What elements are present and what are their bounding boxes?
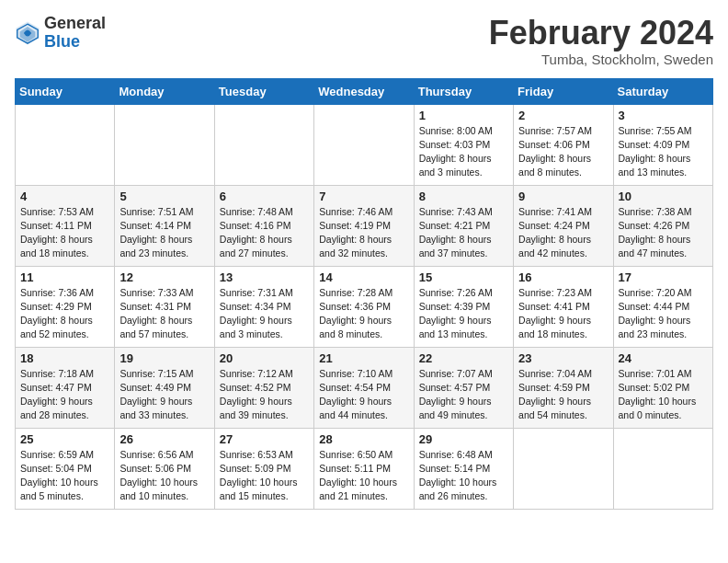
calendar-cell bbox=[514, 428, 613, 509]
cell-info: Sunrise: 7:36 AMSunset: 4:29 PMDaylight:… bbox=[20, 286, 109, 342]
cell-info: Sunrise: 7:31 AMSunset: 4:34 PMDaylight:… bbox=[220, 286, 309, 342]
calendar-cell: 11Sunrise: 7:36 AMSunset: 4:29 PMDayligh… bbox=[16, 266, 115, 347]
day-number: 23 bbox=[518, 351, 608, 365]
cell-info: Sunrise: 6:48 AMSunset: 5:14 PMDaylight:… bbox=[419, 448, 508, 504]
day-number: 29 bbox=[419, 432, 508, 446]
calendar-cell bbox=[16, 104, 115, 185]
day-number: 4 bbox=[20, 190, 109, 203]
calendar-cell: 27Sunrise: 6:53 AMSunset: 5:09 PMDayligh… bbox=[214, 428, 313, 509]
logo-general: General bbox=[44, 14, 106, 32]
day-number: 18 bbox=[20, 351, 109, 365]
calendar-cell: 20Sunrise: 7:12 AMSunset: 4:52 PMDayligh… bbox=[214, 347, 313, 428]
day-number: 28 bbox=[319, 432, 408, 446]
calendar-cell: 21Sunrise: 7:10 AMSunset: 4:54 PMDayligh… bbox=[314, 347, 414, 428]
cell-info: Sunrise: 7:48 AMSunset: 4:16 PMDaylight:… bbox=[220, 205, 309, 261]
calendar-table: SundayMondayTuesdayWednesdayThursdayFrid… bbox=[15, 78, 713, 510]
calendar-cell: 26Sunrise: 6:56 AMSunset: 5:06 PMDayligh… bbox=[115, 428, 214, 509]
cell-info: Sunrise: 7:46 AMSunset: 4:19 PMDaylight:… bbox=[319, 205, 408, 261]
calendar-cell: 15Sunrise: 7:26 AMSunset: 4:39 PMDayligh… bbox=[414, 266, 513, 347]
location: Tumba, Stockholm, Sweden bbox=[489, 52, 713, 67]
week-row-3: 11Sunrise: 7:36 AMSunset: 4:29 PMDayligh… bbox=[16, 266, 713, 347]
day-number: 9 bbox=[518, 190, 608, 203]
cell-info: Sunrise: 7:57 AMSunset: 4:06 PMDaylight:… bbox=[518, 124, 608, 180]
calendar-cell: 13Sunrise: 7:31 AMSunset: 4:34 PMDayligh… bbox=[214, 266, 313, 347]
day-number: 27 bbox=[220, 432, 309, 446]
cell-info: Sunrise: 6:59 AMSunset: 5:04 PMDaylight:… bbox=[20, 448, 109, 504]
logo-icon bbox=[15, 20, 40, 46]
cell-info: Sunrise: 7:33 AMSunset: 4:31 PMDaylight:… bbox=[119, 286, 209, 342]
cell-info: Sunrise: 8:00 AMSunset: 4:03 PMDaylight:… bbox=[419, 124, 508, 180]
calendar-cell bbox=[314, 104, 414, 185]
day-number: 6 bbox=[220, 190, 309, 203]
day-number: 7 bbox=[319, 190, 408, 203]
calendar-cell: 5Sunrise: 7:51 AMSunset: 4:14 PMDaylight… bbox=[115, 185, 214, 266]
cell-info: Sunrise: 7:51 AMSunset: 4:14 PMDaylight:… bbox=[119, 205, 209, 261]
cell-info: Sunrise: 7:12 AMSunset: 4:52 PMDaylight:… bbox=[220, 367, 309, 423]
calendar-cell: 19Sunrise: 7:15 AMSunset: 4:49 PMDayligh… bbox=[115, 347, 214, 428]
day-number: 16 bbox=[518, 270, 608, 284]
day-number: 3 bbox=[619, 109, 708, 122]
day-number: 11 bbox=[20, 270, 109, 284]
cell-info: Sunrise: 7:26 AMSunset: 4:39 PMDaylight:… bbox=[419, 286, 508, 342]
cell-info: Sunrise: 6:50 AMSunset: 5:11 PMDaylight:… bbox=[319, 448, 408, 504]
cell-info: Sunrise: 6:53 AMSunset: 5:09 PMDaylight:… bbox=[220, 448, 309, 504]
cell-info: Sunrise: 7:20 AMSunset: 4:44 PMDaylight:… bbox=[619, 286, 708, 342]
calendar-cell: 3Sunrise: 7:55 AMSunset: 4:09 PMDaylight… bbox=[613, 104, 712, 185]
calendar-cell: 2Sunrise: 7:57 AMSunset: 4:06 PMDaylight… bbox=[514, 104, 613, 185]
title-block: February 2024 Tumba, Stockholm, Sweden bbox=[489, 15, 713, 67]
col-header-sunday: Sunday bbox=[16, 78, 115, 104]
week-row-5: 25Sunrise: 6:59 AMSunset: 5:04 PMDayligh… bbox=[16, 428, 713, 509]
calendar-cell bbox=[613, 428, 712, 509]
cell-info: Sunrise: 7:18 AMSunset: 4:47 PMDaylight:… bbox=[20, 367, 109, 423]
calendar-cell: 18Sunrise: 7:18 AMSunset: 4:47 PMDayligh… bbox=[16, 347, 115, 428]
cell-info: Sunrise: 7:01 AMSunset: 5:02 PMDaylight:… bbox=[619, 367, 708, 423]
calendar-cell: 16Sunrise: 7:23 AMSunset: 4:41 PMDayligh… bbox=[514, 266, 613, 347]
calendar-cell bbox=[115, 104, 214, 185]
day-number: 26 bbox=[119, 432, 209, 446]
day-number: 19 bbox=[119, 351, 209, 365]
calendar-cell: 1Sunrise: 8:00 AMSunset: 4:03 PMDaylight… bbox=[414, 104, 513, 185]
cell-info: Sunrise: 7:53 AMSunset: 4:11 PMDaylight:… bbox=[20, 205, 109, 261]
col-header-monday: Monday bbox=[115, 78, 214, 104]
calendar-cell: 14Sunrise: 7:28 AMSunset: 4:36 PMDayligh… bbox=[314, 266, 414, 347]
calendar-cell: 10Sunrise: 7:38 AMSunset: 4:26 PMDayligh… bbox=[613, 185, 712, 266]
day-number: 22 bbox=[419, 351, 508, 365]
cell-info: Sunrise: 7:23 AMSunset: 4:41 PMDaylight:… bbox=[518, 286, 608, 342]
day-number: 15 bbox=[419, 270, 508, 284]
calendar-cell: 25Sunrise: 6:59 AMSunset: 5:04 PMDayligh… bbox=[16, 428, 115, 509]
cell-info: Sunrise: 7:28 AMSunset: 4:36 PMDaylight:… bbox=[319, 286, 408, 342]
cell-info: Sunrise: 7:10 AMSunset: 4:54 PMDaylight:… bbox=[319, 367, 408, 423]
col-header-friday: Friday bbox=[514, 78, 613, 104]
cell-info: Sunrise: 6:56 AMSunset: 5:06 PMDaylight:… bbox=[119, 448, 209, 504]
calendar-cell: 4Sunrise: 7:53 AMSunset: 4:11 PMDaylight… bbox=[16, 185, 115, 266]
day-number: 1 bbox=[419, 109, 508, 122]
logo: General Blue bbox=[15, 15, 106, 52]
col-header-wednesday: Wednesday bbox=[314, 78, 414, 104]
day-number: 25 bbox=[20, 432, 109, 446]
calendar-cell: 7Sunrise: 7:46 AMSunset: 4:19 PMDaylight… bbox=[314, 185, 414, 266]
month-title: February 2024 bbox=[489, 15, 713, 52]
calendar-cell: 17Sunrise: 7:20 AMSunset: 4:44 PMDayligh… bbox=[613, 266, 712, 347]
day-number: 8 bbox=[419, 190, 508, 203]
day-number: 5 bbox=[119, 190, 209, 203]
week-row-4: 18Sunrise: 7:18 AMSunset: 4:47 PMDayligh… bbox=[16, 347, 713, 428]
calendar-cell: 29Sunrise: 6:48 AMSunset: 5:14 PMDayligh… bbox=[414, 428, 513, 509]
col-header-thursday: Thursday bbox=[414, 78, 513, 104]
logo-text: General Blue bbox=[44, 15, 106, 52]
day-number: 24 bbox=[619, 351, 708, 365]
day-number: 21 bbox=[319, 351, 408, 365]
calendar-cell: 6Sunrise: 7:48 AMSunset: 4:16 PMDaylight… bbox=[214, 185, 313, 266]
header-row: SundayMondayTuesdayWednesdayThursdayFrid… bbox=[16, 78, 713, 104]
calendar-cell: 22Sunrise: 7:07 AMSunset: 4:57 PMDayligh… bbox=[414, 347, 513, 428]
week-row-2: 4Sunrise: 7:53 AMSunset: 4:11 PMDaylight… bbox=[16, 185, 713, 266]
cell-info: Sunrise: 7:07 AMSunset: 4:57 PMDaylight:… bbox=[419, 367, 508, 423]
cell-info: Sunrise: 7:43 AMSunset: 4:21 PMDaylight:… bbox=[419, 205, 508, 261]
calendar-cell: 23Sunrise: 7:04 AMSunset: 4:59 PMDayligh… bbox=[514, 347, 613, 428]
col-header-saturday: Saturday bbox=[613, 78, 712, 104]
col-header-tuesday: Tuesday bbox=[214, 78, 313, 104]
calendar-cell: 12Sunrise: 7:33 AMSunset: 4:31 PMDayligh… bbox=[115, 266, 214, 347]
calendar-cell: 8Sunrise: 7:43 AMSunset: 4:21 PMDaylight… bbox=[414, 185, 513, 266]
day-number: 17 bbox=[619, 270, 708, 284]
cell-info: Sunrise: 7:15 AMSunset: 4:49 PMDaylight:… bbox=[119, 367, 209, 423]
page-header: General Blue February 2024 Tumba, Stockh… bbox=[15, 15, 713, 67]
